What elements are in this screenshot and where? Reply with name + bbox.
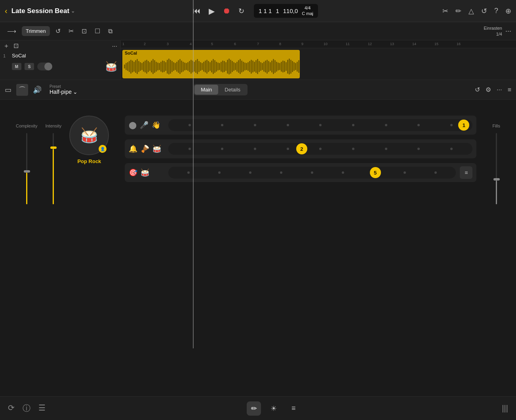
ruler-mark-1: 1	[122, 42, 124, 46]
pattern-icon-hihat[interactable]: 🔔	[129, 144, 137, 153]
square-view-button[interactable]: ▭	[5, 86, 11, 94]
grid-icon[interactable]: ⊡	[79, 26, 89, 36]
pencil-bottom-button[interactable]: ✏	[247, 401, 261, 416]
complexity-thumb[interactable]	[24, 170, 30, 173]
wave-bar	[236, 62, 238, 72]
wave-bar	[151, 61, 152, 72]
pattern-icon-mic[interactable]: 🎤	[140, 121, 149, 129]
loop-bottom-icon[interactable]: ⟳	[8, 403, 15, 414]
wave-bar	[133, 62, 135, 72]
pattern-icon-kick[interactable]: 🎯	[129, 168, 137, 177]
pattern-menu-button-3[interactable]: ≡	[460, 166, 472, 179]
curve-view-button[interactable]: ⌒	[16, 84, 28, 96]
drum-kit-section: Complexity Intensity 🥁 👤	[0, 116, 516, 204]
trim-button[interactable]: Trimmen	[22, 26, 50, 36]
help-icon[interactable]: ?	[494, 7, 498, 15]
info-bottom-icon[interactable]: ⓘ	[23, 403, 30, 414]
wave-bar	[252, 61, 253, 72]
back-button[interactable]: ‹	[5, 6, 8, 15]
wave-bar	[246, 63, 247, 70]
undo-icon[interactable]: ↺	[481, 7, 487, 15]
trim-icon[interactable]: ⟶	[5, 26, 19, 36]
fills-slider-track[interactable]	[496, 133, 497, 204]
wave-bar	[186, 63, 187, 70]
pattern-badge-3: 5	[370, 167, 381, 178]
wave-bar	[200, 62, 201, 71]
timeline-ruler: 1 2 3 4 5 6 7 8 9 10 11 12 13 14 15 16	[121, 40, 516, 48]
copy-icon[interactable]: ⧉	[106, 26, 115, 36]
pattern-icon-snare[interactable]: 🥁	[152, 144, 161, 153]
flag-icon[interactable]: △	[468, 7, 474, 15]
track-lane[interactable]: SoCal	[121, 48, 516, 80]
header-right: ✂ ✏ △ ↺ ? ⊕	[442, 7, 511, 15]
toolbar-more-button[interactable]: ···	[505, 27, 511, 35]
pattern-icon-cymbal[interactable]: 🪘	[141, 144, 149, 153]
wave-bar	[168, 59, 169, 74]
brightness-bottom-button[interactable]: ☀	[267, 401, 281, 416]
wave-bar	[167, 60, 168, 74]
dot	[221, 148, 223, 150]
pattern-slider-3[interactable]: 5	[168, 167, 456, 179]
undo-toolbar-icon[interactable]: ↺	[53, 26, 63, 36]
wave-bar	[290, 60, 291, 74]
tab-details[interactable]: Details	[218, 85, 247, 95]
rewind-button[interactable]: ⏮	[193, 6, 201, 15]
eq-icon[interactable]: ⚙	[486, 86, 491, 93]
speaker-icon[interactable]: 🔊	[33, 86, 42, 94]
project-chevron-icon[interactable]: ⌄	[71, 8, 75, 14]
complexity-slider-track[interactable]	[26, 133, 27, 204]
solo-button[interactable]: S	[25, 63, 34, 70]
record-button[interactable]: ⏺	[223, 6, 230, 15]
einrasten-display[interactable]: Einrasten 1/4	[484, 25, 502, 37]
ruler-mark-5: 5	[211, 42, 213, 46]
loop-button[interactable]: ↻	[238, 7, 244, 15]
wave-bar	[214, 60, 215, 73]
arrange-area: ＋ ⊡ ··· 1 SoCal M S 🥁 1 2 3 4 5 6 7	[0, 40, 516, 80]
plugin-more-icon[interactable]: ···	[497, 86, 502, 93]
pattern-section: ⬤ 🎤 👋	[125, 116, 484, 182]
wave-bar	[286, 62, 287, 71]
track-more-button[interactable]: ···	[112, 43, 117, 50]
audio-region[interactable]: SoCal	[122, 50, 300, 78]
pattern-badge-2: 2	[296, 143, 307, 154]
intensity-thumb[interactable]	[50, 146, 57, 149]
fills-slider-section: Fills	[492, 124, 500, 204]
pattern-slider-1[interactable]: 1	[168, 119, 472, 131]
wave-bar	[276, 62, 277, 72]
pattern-slider-2[interactable]: 2	[168, 143, 472, 155]
scissors-icon[interactable]: ✂	[442, 7, 448, 15]
pattern-icon-drum2[interactable]: 🥁	[141, 168, 149, 177]
wave-bar	[183, 62, 184, 72]
add-track-button[interactable]: ＋	[3, 42, 10, 50]
drum-avatar-circle[interactable]: 🥁 👤	[69, 116, 109, 155]
mute-button[interactable]: M	[12, 63, 21, 70]
panels-bottom-icon[interactable]: ☰	[38, 403, 46, 414]
keyboard-bottom-icon[interactable]: |||	[502, 404, 508, 413]
preset-name[interactable]: Half-pipe ⌄	[50, 89, 78, 95]
wave-bar	[170, 60, 171, 74]
pattern-dots-1	[168, 124, 472, 126]
wave-bar	[233, 62, 234, 71]
wave-bar	[249, 61, 250, 72]
refresh-icon[interactable]: ↺	[475, 86, 480, 93]
add-icon[interactable]: ⊕	[505, 7, 511, 15]
duplicate-track-button[interactable]: ⊡	[13, 42, 19, 50]
wave-bar	[181, 61, 182, 72]
fills-thumb[interactable]	[493, 178, 500, 181]
wave-bar	[216, 62, 217, 72]
bottom-icons-right: |||	[502, 404, 508, 413]
mixer-bottom-button[interactable]: ≡	[286, 401, 301, 416]
wave-bar	[244, 63, 246, 70]
tab-main[interactable]: Main	[194, 85, 218, 95]
intensity-slider-track[interactable]	[53, 133, 54, 204]
pan-knob[interactable]	[37, 63, 52, 70]
play-button[interactable]: ▶	[209, 6, 215, 16]
pattern-icon-hand[interactable]: 👋	[152, 121, 160, 129]
wave-bar	[175, 63, 176, 70]
select-icon[interactable]: ☐	[92, 26, 103, 36]
pattern-icon-circle[interactable]: ⬤	[129, 121, 137, 129]
scissors-toolbar-icon[interactable]: ✂	[66, 26, 76, 36]
pencil-icon[interactable]: ✏	[455, 7, 461, 15]
lines-icon[interactable]: ≡	[508, 86, 511, 93]
einrasten-value: 1/4	[484, 31, 502, 37]
